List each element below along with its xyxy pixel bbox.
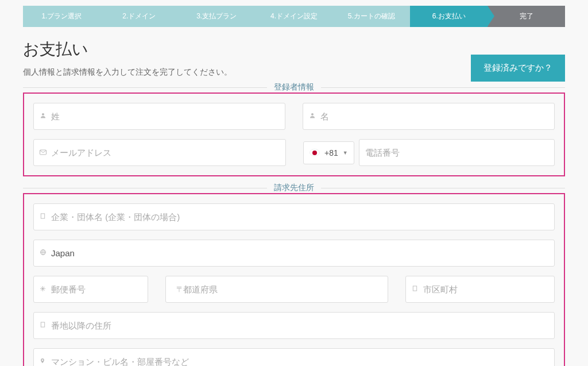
first-name-field[interactable]: [303, 103, 555, 130]
progress-step-payment: 6.お支払い: [410, 6, 488, 27]
postal-mark-icon: 〒: [166, 284, 177, 295]
page-title: お支払い: [23, 38, 471, 60]
progress-step-plan: 1.プラン選択: [23, 6, 100, 27]
progress-step-cart-confirm: 5.カートの確認: [332, 6, 410, 27]
envelope-icon: [34, 148, 45, 157]
email-field[interactable]: [33, 139, 286, 166]
postal-input[interactable]: [45, 276, 148, 302]
building-field[interactable]: [33, 348, 555, 366]
pin-icon: [34, 357, 45, 366]
japan-flag-icon: [310, 149, 320, 156]
country-code-selector[interactable]: +81 ▼: [303, 141, 354, 164]
address-field[interactable]: [33, 312, 555, 339]
city-field[interactable]: [405, 276, 555, 303]
last-name-field[interactable]: [33, 103, 285, 130]
svg-rect-3: [41, 214, 44, 218]
progress-step-payment-plan: 3.支払プラン: [178, 6, 256, 27]
country-code-text: +81: [324, 148, 338, 157]
progress-bar: 1.プラン選択 2.ドメイン 3.支払プラン 4.ドメイン設定 5.カートの確認…: [0, 0, 588, 27]
building-input[interactable]: [45, 349, 554, 366]
city-input[interactable]: [417, 276, 554, 302]
svg-rect-10: [41, 322, 44, 327]
country-field[interactable]: [33, 240, 555, 267]
person-icon: [34, 112, 45, 121]
building-icon: [34, 321, 45, 330]
chevron-down-icon: ▼: [343, 150, 348, 156]
prefecture-field[interactable]: 〒: [165, 276, 388, 303]
last-name-input[interactable]: [45, 103, 285, 129]
country-input[interactable]: [45, 240, 554, 266]
person-icon: [303, 112, 315, 121]
email-input[interactable]: [45, 140, 285, 165]
billing-legend: 請求先住所: [267, 183, 321, 193]
building-icon: [34, 213, 45, 221]
globe-icon: [34, 249, 45, 257]
company-input[interactable]: [45, 204, 554, 230]
progress-step-domain: 2.ドメイン: [100, 6, 178, 27]
prefecture-input[interactable]: [177, 276, 388, 302]
progress-step-domain-settings: 4.ドメイン設定: [256, 6, 333, 27]
registrant-legend: 登録者情報: [267, 82, 321, 93]
page-subtitle: 個人情報と請求情報を入力して注文を完了してください。: [23, 67, 471, 78]
already-registered-button[interactable]: 登録済みですか？: [471, 55, 565, 82]
svg-point-1: [311, 113, 314, 115]
svg-point-0: [42, 113, 44, 115]
progress-step-complete: 完了: [488, 6, 565, 27]
company-field[interactable]: [33, 203, 555, 230]
first-name-input[interactable]: [315, 103, 554, 129]
svg-rect-9: [413, 286, 416, 291]
building-icon: [406, 285, 417, 294]
phone-input[interactable]: [359, 140, 554, 165]
asterisk-icon: [34, 285, 45, 294]
billing-form-box: 〒: [23, 193, 565, 366]
address-input[interactable]: [45, 313, 554, 338]
registrant-form-box: +81 ▼: [23, 93, 565, 176]
postal-field[interactable]: [33, 276, 148, 303]
